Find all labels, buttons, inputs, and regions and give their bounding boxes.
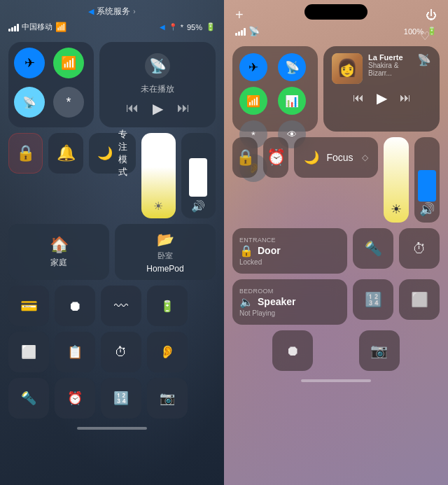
watch-tile[interactable]: ⏱ xyxy=(101,332,141,372)
focus-mode-label: 专注模式 xyxy=(118,128,127,178)
right-record-tile[interactable]: ⏺ xyxy=(272,330,313,371)
right-media-tile[interactable]: 👩 La Fuerte Shakira & Bizarr... 📡 ⏮ ▶ ⏭ xyxy=(323,46,440,132)
right-connectivity-tile[interactable]: ✈ 📡 📶 📊 * 👁 👂 xyxy=(232,46,318,132)
right-row-2: 🔒 ⏰ 🌙 Focus ◇ ☀ 🔊 xyxy=(232,137,440,223)
airplay-icon: 📡 xyxy=(145,53,170,78)
moon-icon-right: 🌙 xyxy=(304,150,319,165)
screen-lock-tile[interactable]: 🔒 xyxy=(8,133,43,174)
carrier-name: 中国移动 xyxy=(22,22,52,32)
right-row-3: Entrance 🔒 Door Locked 🔦 ⏱ xyxy=(232,228,440,274)
clipboard-tile[interactable]: 📋 xyxy=(55,332,95,372)
next-btn[interactable]: ⏭ xyxy=(177,101,190,115)
right-alarm-tile[interactable]: ⏰ xyxy=(263,137,288,178)
door-value: Door xyxy=(258,245,281,256)
right-row-5: ⏺ 📷 xyxy=(232,330,440,371)
right-next-btn[interactable]: ⏭ xyxy=(400,92,411,104)
service-link-text[interactable]: 系统服务 xyxy=(97,6,130,17)
right-camera-tile[interactable]: 📷 xyxy=(359,330,400,371)
add-button[interactable]: + xyxy=(235,7,244,23)
airplane-btn[interactable]: ✈ xyxy=(14,48,45,78)
left-homepod-tile[interactable]: 📂 卧室 HomePod xyxy=(115,224,216,280)
speaker-value-row: 🔈 Speaker xyxy=(239,295,295,309)
bell-tile[interactable]: 🔔 xyxy=(48,133,83,174)
left-connectivity-tile[interactable]: ✈ 📶 📡 * xyxy=(8,42,94,127)
right-wifi-btn[interactable]: 📶 xyxy=(239,87,267,115)
flashlight-tile-left[interactable]: 🔦 xyxy=(8,378,49,419)
right-airplay-icon[interactable]: 📡 xyxy=(417,53,431,66)
right-row5-end-spacer xyxy=(405,330,440,371)
left-media-tile[interactable]: 📡 未在播放 ⏮ ▶ ⏭ xyxy=(99,42,216,127)
calculator-tile-left[interactable]: 🔢 xyxy=(101,378,141,419)
left-row-5: ⬜ 📋 ⏱ 👂 xyxy=(8,332,216,372)
right-airplane-btn[interactable]: ✈ xyxy=(239,53,267,81)
right-cellular-btn[interactable]: 📊 xyxy=(278,87,306,115)
left-row-4: 💳 ⏺ 〰 🔋 xyxy=(8,286,216,326)
heart-icon[interactable]: ♡ xyxy=(420,29,430,43)
record-tile[interactable]: ⏺ xyxy=(55,286,95,326)
left-focus-tile[interactable]: 🌙 专注模式 xyxy=(89,133,136,174)
battery-percent-left: 95% xyxy=(187,23,202,31)
left-volume-tile[interactable]: 🔊 xyxy=(181,133,216,218)
bedroom-label: Bedroom xyxy=(239,288,274,295)
wifi-btn[interactable]: 📡 xyxy=(14,87,45,118)
left-row-2: 🔒 🔔 🌙 专注模式 ☀ 🔊 xyxy=(8,133,216,218)
speaker-sub: Not Playing xyxy=(239,309,275,317)
alarm-tile[interactable]: ⏰ xyxy=(55,378,95,419)
right-volume-tile[interactable]: 🔊 xyxy=(414,137,440,223)
right-brightness-tile[interactable]: ☀ xyxy=(384,137,409,223)
right-flashlight-tile[interactable]: 🔦 xyxy=(353,228,393,269)
moon-icon: 🌙 xyxy=(97,146,113,161)
lock-door-icon: 🔒 xyxy=(239,244,253,258)
right-media-info: La Fuerte Shakira & Bizarr... xyxy=(368,53,412,77)
wifi-icon: 📶 xyxy=(55,22,66,32)
brightness-icon-left: ☀ xyxy=(153,199,163,213)
right-row5-spacer xyxy=(232,330,267,371)
right-calculator-tile[interactable]: 🔢 xyxy=(353,279,393,320)
left-row-6: 🔦 ⏰ 🔢 📷 xyxy=(8,378,216,419)
right-focus-tile[interactable]: 🌙 Focus ◇ xyxy=(294,137,377,178)
bluetooth-btn[interactable]: * xyxy=(53,87,84,118)
location-small-icon: ◀ xyxy=(160,23,165,31)
right-media-top: 👩 La Fuerte Shakira & Bizarr... 📡 xyxy=(332,53,431,84)
speaker-icon: 🔈 xyxy=(239,295,253,309)
right-play-btn[interactable]: ▶ xyxy=(377,90,387,106)
bluetooth-status: * xyxy=(181,23,183,31)
lock-icon: 🔒 xyxy=(16,144,35,162)
screen-mirror-tile[interactable]: ⬜ xyxy=(8,332,49,372)
camera-tile-left[interactable]: 📷 xyxy=(147,378,188,419)
dynamic-island xyxy=(304,4,368,20)
right-row-1: ✈ 📡 📶 📊 * 👁 👂 👩 xyxy=(232,46,440,132)
home-bar-right xyxy=(301,379,371,382)
prev-btn[interactable]: ⏮ xyxy=(126,101,139,115)
right-timer-tile[interactable]: ⏱ xyxy=(399,228,440,269)
right-media-controls: ⏮ ▶ ⏭ xyxy=(332,90,431,106)
left-carrier-line: 中国移动 📶 ◀ 📍 * 95% 🔋 xyxy=(0,20,224,36)
album-art: 👩 xyxy=(332,53,363,84)
ear-tile[interactable]: 👂 xyxy=(147,332,188,372)
door-value-row: 🔒 Door xyxy=(239,244,281,258)
right-row5-mid-spacer xyxy=(318,330,353,371)
wallet-tile[interactable]: 💳 xyxy=(8,286,49,326)
right-focus-label: Focus xyxy=(326,152,353,163)
home-label-left: 家庭 xyxy=(50,257,67,269)
location-icon: ◀ xyxy=(88,7,94,16)
right-wifi-icon: 📡 xyxy=(248,26,260,36)
right-prev-btn[interactable]: ⏮ xyxy=(353,92,364,104)
right-speaker-tile[interactable]: Bedroom 🔈 Speaker Not Playing xyxy=(232,279,347,325)
right-screenmirror-tile[interactable]: ⬜ xyxy=(399,279,440,320)
left-status-service-bar: ◀ 系统服务 › xyxy=(0,0,224,20)
power-button[interactable]: ⏻ xyxy=(426,9,437,22)
right-airdrop-btn[interactable]: 📡 xyxy=(278,53,306,81)
left-vol-fill xyxy=(189,158,207,197)
battery-tile[interactable]: 🔋 xyxy=(147,286,188,326)
waveform-tile[interactable]: 〰 xyxy=(101,286,141,326)
play-btn[interactable]: ▶ xyxy=(153,100,163,117)
cellular-btn[interactable]: 📶 xyxy=(53,48,84,78)
left-home-tile[interactable]: 🏠 家庭 xyxy=(8,224,109,280)
right-lock-tile[interactable]: 🔒 xyxy=(232,137,258,178)
entrance-label: Entrance xyxy=(239,237,276,244)
right-door-tile[interactable]: Entrance 🔒 Door Locked xyxy=(232,228,347,274)
right-carrier-line: 📡 100% 🔋 xyxy=(224,23,448,41)
left-brightness-tile[interactable]: ☀ xyxy=(141,133,176,218)
artist-name: Shakira & Bizarr... xyxy=(368,62,412,77)
